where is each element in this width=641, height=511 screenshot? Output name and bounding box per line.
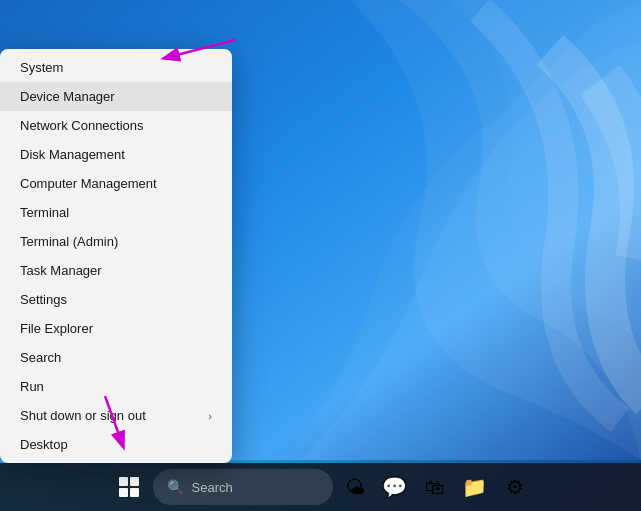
menu-item-label-network-connections: Network Connections (20, 118, 212, 133)
menu-item-disk-management[interactable]: Disk Management (0, 140, 232, 169)
logo-quad-bl (119, 488, 128, 497)
menu-item-settings[interactable]: Settings (0, 285, 232, 314)
taskbar-center: 🔍 Search 🌤 💬 🛍 📁 ⚙ (109, 467, 533, 507)
menu-item-terminal[interactable]: Terminal (0, 198, 232, 227)
logo-quad-tr (130, 477, 139, 486)
menu-item-label-search: Search (20, 350, 212, 365)
taskbar-icon-widgets[interactable]: 🌤 (337, 469, 373, 505)
menu-item-label-task-manager: Task Manager (20, 263, 212, 278)
menu-item-computer-management[interactable]: Computer Management (0, 169, 232, 198)
arrow-start (85, 396, 155, 456)
menu-item-label-disk-management: Disk Management (20, 147, 212, 162)
menu-item-network-connections[interactable]: Network Connections (0, 111, 232, 140)
chevron-right-icon: › (208, 410, 212, 422)
svg-line-2 (165, 40, 235, 58)
menu-item-device-manager[interactable]: Device Manager (0, 82, 232, 111)
menu-item-label-terminal: Terminal (20, 205, 212, 220)
taskbar-icon-store[interactable]: 🛍 (417, 469, 453, 505)
taskbar-icon-chat[interactable]: 💬 (377, 469, 413, 505)
menu-item-file-explorer[interactable]: File Explorer (0, 314, 232, 343)
menu-item-search[interactable]: Search (0, 343, 232, 372)
taskbar-icon-explorer[interactable]: 📁 (457, 469, 493, 505)
logo-quad-br (130, 488, 139, 497)
windows-logo (119, 477, 139, 497)
menu-item-label-run: Run (20, 379, 212, 394)
menu-item-label-settings: Settings (20, 292, 212, 307)
svg-line-4 (105, 396, 123, 446)
menu-item-label-device-manager: Device Manager (20, 89, 212, 104)
menu-item-label-file-explorer: File Explorer (20, 321, 212, 336)
menu-item-label-terminal-admin: Terminal (Admin) (20, 234, 212, 249)
desktop: SystemDevice ManagerNetwork ConnectionsD… (0, 0, 641, 511)
menu-item-terminal-admin[interactable]: Terminal (Admin) (0, 227, 232, 256)
start-button[interactable] (109, 467, 149, 507)
search-bar-label: Search (192, 480, 233, 495)
taskbar-search[interactable]: 🔍 Search (153, 469, 333, 505)
search-icon: 🔍 (167, 479, 184, 495)
menu-item-label-computer-management: Computer Management (20, 176, 212, 191)
taskbar: 🔍 Search 🌤 💬 🛍 📁 ⚙ (0, 463, 641, 511)
taskbar-icon-settings[interactable]: ⚙ (497, 469, 533, 505)
arrow-device-manager (155, 30, 245, 70)
logo-quad-tl (119, 477, 128, 486)
menu-item-task-manager[interactable]: Task Manager (0, 256, 232, 285)
